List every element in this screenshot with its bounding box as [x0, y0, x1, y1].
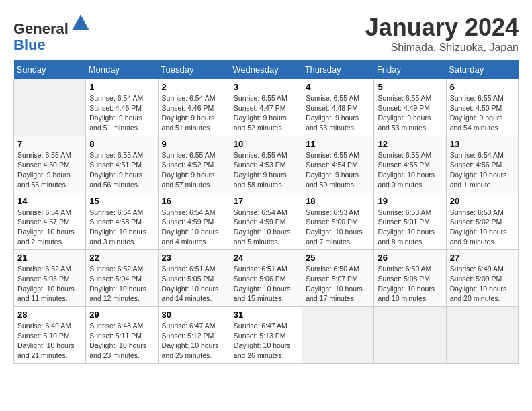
day-number: 19 — [378, 196, 442, 206]
calendar-cell: 26Sunrise: 6:50 AM Sunset: 5:08 PM Dayli… — [374, 250, 446, 307]
day-info: Sunrise: 6:49 AM Sunset: 5:09 PM Dayligh… — [450, 264, 515, 304]
day-info: Sunrise: 6:50 AM Sunset: 5:08 PM Dayligh… — [378, 264, 442, 304]
calendar-table: SundayMondayTuesdayWednesdayThursdayFrid… — [13, 60, 519, 364]
calendar-cell: 7Sunrise: 6:55 AM Sunset: 4:50 PM Daylig… — [14, 136, 86, 193]
day-info: Sunrise: 6:54 AM Sunset: 4:57 PM Dayligh… — [17, 208, 82, 247]
day-info: Sunrise: 6:49 AM Sunset: 5:10 PM Dayligh… — [17, 321, 82, 361]
calendar-cell — [374, 307, 446, 364]
calendar-cell: 16Sunrise: 6:54 AM Sunset: 4:59 PM Dayli… — [158, 193, 230, 250]
day-number: 6 — [450, 82, 515, 92]
day-number: 15 — [89, 196, 154, 206]
calendar-week-row: 28Sunrise: 6:49 AM Sunset: 5:10 PM Dayli… — [14, 307, 519, 364]
day-number: 30 — [162, 310, 226, 320]
page-header: General Blue January 2024 Shimada, Shizu… — [13, 13, 519, 54]
column-header-friday: Friday — [374, 60, 446, 79]
day-info: Sunrise: 6:54 AM Sunset: 4:59 PM Dayligh… — [162, 208, 226, 247]
day-number: 31 — [234, 310, 298, 320]
day-number: 9 — [162, 139, 226, 149]
calendar-title: January 2024 — [365, 13, 519, 42]
day-info: Sunrise: 6:50 AM Sunset: 5:07 PM Dayligh… — [306, 264, 370, 304]
day-number: 10 — [234, 139, 298, 149]
calendar-cell: 20Sunrise: 6:53 AM Sunset: 5:02 PM Dayli… — [446, 193, 518, 250]
day-info: Sunrise: 6:55 AM Sunset: 4:52 PM Dayligh… — [162, 150, 226, 190]
day-info: Sunrise: 6:55 AM Sunset: 4:47 PM Dayligh… — [234, 93, 298, 133]
calendar-cell: 2Sunrise: 6:54 AM Sunset: 4:46 PM Daylig… — [158, 79, 230, 136]
logo-blue: Blue — [13, 36, 46, 53]
day-info: Sunrise: 6:52 AM Sunset: 5:03 PM Dayligh… — [17, 264, 82, 304]
calendar-cell: 27Sunrise: 6:49 AM Sunset: 5:09 PM Dayli… — [446, 250, 518, 307]
day-number: 13 — [450, 139, 515, 149]
calendar-cell: 18Sunrise: 6:53 AM Sunset: 5:00 PM Dayli… — [302, 193, 374, 250]
calendar-week-row: 7Sunrise: 6:55 AM Sunset: 4:50 PM Daylig… — [14, 136, 519, 193]
day-info: Sunrise: 6:51 AM Sunset: 5:05 PM Dayligh… — [162, 264, 226, 304]
day-info: Sunrise: 6:55 AM Sunset: 4:50 PM Dayligh… — [450, 93, 515, 133]
day-number: 7 — [17, 139, 82, 149]
calendar-cell: 6Sunrise: 6:55 AM Sunset: 4:50 PM Daylig… — [446, 79, 518, 136]
day-number: 18 — [306, 196, 370, 206]
day-number: 4 — [306, 82, 370, 92]
day-number: 24 — [234, 253, 298, 263]
logo-general: General — [13, 20, 69, 37]
day-number: 21 — [17, 253, 82, 263]
calendar-week-row: 1Sunrise: 6:54 AM Sunset: 4:46 PM Daylig… — [14, 79, 519, 136]
calendar-cell: 5Sunrise: 6:55 AM Sunset: 4:49 PM Daylig… — [374, 79, 446, 136]
column-header-saturday: Saturday — [446, 60, 518, 79]
svg-marker-0 — [72, 15, 89, 30]
day-number: 23 — [162, 253, 226, 263]
calendar-cell: 21Sunrise: 6:52 AM Sunset: 5:03 PM Dayli… — [14, 250, 86, 307]
column-header-thursday: Thursday — [302, 60, 374, 79]
day-info: Sunrise: 6:54 AM Sunset: 4:59 PM Dayligh… — [234, 208, 298, 247]
calendar-cell — [302, 307, 374, 364]
calendar-cell: 12Sunrise: 6:55 AM Sunset: 4:55 PM Dayli… — [374, 136, 446, 193]
day-info: Sunrise: 6:52 AM Sunset: 5:04 PM Dayligh… — [89, 264, 154, 304]
calendar-cell: 1Sunrise: 6:54 AM Sunset: 4:46 PM Daylig… — [86, 79, 158, 136]
day-info: Sunrise: 6:55 AM Sunset: 4:49 PM Dayligh… — [378, 93, 442, 133]
day-number: 27 — [450, 253, 515, 263]
day-number: 29 — [89, 310, 154, 320]
calendar-cell: 8Sunrise: 6:55 AM Sunset: 4:51 PM Daylig… — [86, 136, 158, 193]
calendar-cell: 24Sunrise: 6:51 AM Sunset: 5:06 PM Dayli… — [230, 250, 302, 307]
title-block: January 2024 Shimada, Shizuoka, Japan — [365, 13, 519, 54]
day-info: Sunrise: 6:54 AM Sunset: 4:58 PM Dayligh… — [89, 208, 154, 247]
day-info: Sunrise: 6:53 AM Sunset: 5:00 PM Dayligh… — [306, 208, 370, 247]
day-number: 16 — [162, 196, 226, 206]
calendar-cell: 28Sunrise: 6:49 AM Sunset: 5:10 PM Dayli… — [14, 307, 86, 364]
day-number: 8 — [89, 139, 154, 149]
logo-icon — [71, 13, 91, 34]
day-info: Sunrise: 6:47 AM Sunset: 5:13 PM Dayligh… — [234, 321, 298, 361]
calendar-cell: 22Sunrise: 6:52 AM Sunset: 5:04 PM Dayli… — [86, 250, 158, 307]
day-number: 3 — [234, 82, 298, 92]
calendar-cell — [446, 307, 518, 364]
day-number: 26 — [378, 253, 442, 263]
day-info: Sunrise: 6:51 AM Sunset: 5:06 PM Dayligh… — [234, 264, 298, 304]
calendar-cell: 29Sunrise: 6:48 AM Sunset: 5:11 PM Dayli… — [86, 307, 158, 364]
day-info: Sunrise: 6:55 AM Sunset: 4:50 PM Dayligh… — [17, 150, 82, 190]
day-number: 11 — [306, 139, 370, 149]
calendar-header-row: SundayMondayTuesdayWednesdayThursdayFrid… — [14, 60, 519, 79]
day-info: Sunrise: 6:54 AM Sunset: 4:46 PM Dayligh… — [89, 93, 154, 133]
day-number: 17 — [234, 196, 298, 206]
day-info: Sunrise: 6:48 AM Sunset: 5:11 PM Dayligh… — [89, 321, 154, 361]
calendar-cell: 31Sunrise: 6:47 AM Sunset: 5:13 PM Dayli… — [230, 307, 302, 364]
day-number: 14 — [17, 196, 82, 206]
calendar-cell — [14, 79, 86, 136]
day-info: Sunrise: 6:55 AM Sunset: 4:48 PM Dayligh… — [306, 93, 370, 133]
calendar-cell: 13Sunrise: 6:54 AM Sunset: 4:56 PM Dayli… — [446, 136, 518, 193]
calendar-cell: 30Sunrise: 6:47 AM Sunset: 5:12 PM Dayli… — [158, 307, 230, 364]
calendar-cell: 17Sunrise: 6:54 AM Sunset: 4:59 PM Dayli… — [230, 193, 302, 250]
calendar-cell: 15Sunrise: 6:54 AM Sunset: 4:58 PM Dayli… — [86, 193, 158, 250]
day-number: 20 — [450, 196, 515, 206]
calendar-cell: 3Sunrise: 6:55 AM Sunset: 4:47 PM Daylig… — [230, 79, 302, 136]
day-info: Sunrise: 6:54 AM Sunset: 4:46 PM Dayligh… — [162, 93, 226, 133]
calendar-subtitle: Shimada, Shizuoka, Japan — [365, 42, 519, 54]
calendar-cell: 25Sunrise: 6:50 AM Sunset: 5:07 PM Dayli… — [302, 250, 374, 307]
day-number: 22 — [89, 253, 154, 263]
logo: General Blue — [13, 13, 91, 53]
day-info: Sunrise: 6:53 AM Sunset: 5:01 PM Dayligh… — [378, 208, 442, 247]
calendar-week-row: 14Sunrise: 6:54 AM Sunset: 4:57 PM Dayli… — [14, 193, 519, 250]
column-header-sunday: Sunday — [14, 60, 86, 79]
calendar-week-row: 21Sunrise: 6:52 AM Sunset: 5:03 PM Dayli… — [14, 250, 519, 307]
day-info: Sunrise: 6:55 AM Sunset: 4:51 PM Dayligh… — [89, 150, 154, 190]
day-number: 12 — [378, 139, 442, 149]
day-info: Sunrise: 6:47 AM Sunset: 5:12 PM Dayligh… — [162, 321, 226, 361]
